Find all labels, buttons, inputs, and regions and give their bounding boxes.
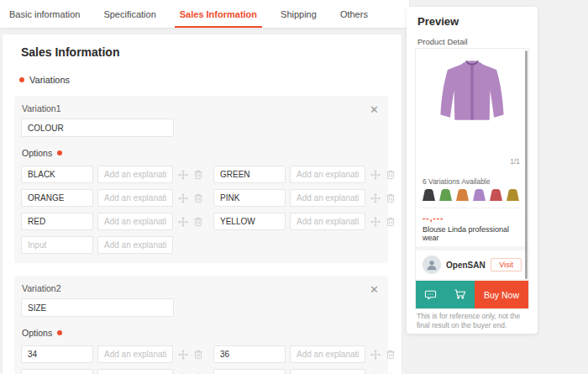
option-explanation-input[interactable] [290, 213, 365, 230]
option-explanation-input[interactable] [97, 236, 173, 254]
drag-handle-icon[interactable] [177, 216, 188, 227]
person-icon [426, 259, 438, 271]
option-explanation-input[interactable] [97, 213, 173, 230]
option-explanation-input[interactable] [97, 166, 173, 183]
options-label: Options [22, 148, 52, 158]
tab-shipping[interactable]: Shipping [280, 0, 318, 28]
buy-action-bar: Buy Now [416, 281, 528, 308]
option-name-input[interactable] [213, 345, 286, 363]
color-swatch[interactable] [473, 189, 486, 201]
tab-specification[interactable]: Specification [102, 0, 156, 28]
options-label: Options [22, 328, 52, 338]
option-explanation-input[interactable] [290, 166, 365, 183]
drag-handle-icon[interactable] [177, 169, 188, 180]
variation2-options-grid [21, 345, 381, 374]
drag-handle-icon[interactable] [177, 349, 188, 360]
product-detail-label: Product Detail [417, 37, 538, 46]
option-explanation-input[interactable] [290, 369, 365, 374]
tab-basic-information[interactable]: Basic information [8, 0, 81, 28]
option-row [21, 236, 203, 254]
option-name-input[interactable] [213, 369, 286, 374]
variation2-name-input[interactable] [21, 298, 174, 317]
product-preview-frame: 1/1 6 Variations Available --,--- Blouse… [415, 48, 529, 309]
delete-option-icon[interactable] [192, 169, 203, 180]
delete-option-icon[interactable] [192, 216, 203, 227]
section-tabbar: Basic information Specification Sales In… [0, 0, 409, 28]
chat-icon [424, 288, 437, 301]
tab-others[interactable]: Others [339, 0, 369, 28]
shop-name: OpenSANDBOX9 [446, 261, 486, 270]
color-swatch[interactable] [439, 189, 452, 201]
drag-handle-icon[interactable] [370, 192, 381, 203]
option-name-input[interactable] [21, 166, 93, 183]
delete-option-icon[interactable] [192, 349, 203, 360]
add-to-cart-button[interactable] [445, 281, 475, 308]
buy-now-button[interactable]: Buy Now [475, 281, 528, 308]
option-name-input[interactable] [213, 213, 286, 230]
option-explanation-input[interactable] [97, 345, 173, 363]
required-dot-icon [19, 77, 24, 82]
option-name-input[interactable] [21, 236, 93, 254]
variation2-card: Variation2 ✕ Options [14, 276, 388, 374]
variation-swatches [423, 189, 522, 201]
option-name-input[interactable] [21, 189, 93, 207]
seller-product-edit-screen: Basic information Specification Sales In… [0, 0, 588, 374]
tab-sales-information[interactable]: Sales Information [179, 0, 258, 28]
color-swatch[interactable] [490, 189, 502, 201]
product-image [416, 49, 528, 171]
drag-handle-icon[interactable] [370, 349, 381, 360]
option-name-input[interactable] [21, 213, 93, 230]
drag-handle-icon[interactable] [370, 169, 381, 180]
option-row [213, 189, 396, 207]
option-name-input[interactable] [213, 166, 286, 183]
required-dot-icon [57, 150, 62, 155]
option-row [213, 345, 396, 363]
close-icon[interactable]: ✕ [370, 284, 379, 295]
close-icon[interactable]: ✕ [370, 104, 379, 115]
option-row [213, 369, 396, 374]
image-page-indicator: 1/1 [510, 157, 520, 166]
drag-handle-icon[interactable] [177, 192, 188, 203]
blouse-illustration [433, 55, 511, 128]
delete-option-icon[interactable] [385, 349, 396, 360]
chat-button[interactable] [416, 281, 445, 308]
preview-panel: Preview Product Detail 1/1 6 Variations … [407, 7, 538, 334]
option-row [21, 189, 203, 207]
sales-information-panel: Sales Information Variations Variation1 … [3, 34, 402, 374]
price-placeholder: --,--- [423, 213, 522, 223]
variation1-card: Variation1 ✕ Options [14, 96, 388, 263]
color-swatch[interactable] [507, 189, 519, 201]
option-explanation-input[interactable] [97, 189, 173, 207]
visit-button[interactable]: Visit [491, 258, 522, 271]
page-title: Sales Information [21, 45, 402, 59]
delete-option-icon[interactable] [385, 216, 396, 227]
options-label-row: Options [22, 328, 381, 338]
divider [423, 208, 522, 208]
preview-scrollbar[interactable] [525, 50, 528, 279]
preview-disclaimer: This is for reference only, not the fina… [417, 312, 529, 330]
option-name-input[interactable] [21, 345, 93, 363]
drag-handle-icon[interactable] [370, 216, 381, 227]
variations-label: Variations [29, 75, 70, 85]
shop-avatar [423, 255, 441, 274]
color-swatch[interactable] [456, 189, 469, 201]
required-dot-icon [57, 330, 62, 335]
teal-action-group [416, 281, 475, 308]
option-explanation-input[interactable] [97, 369, 173, 374]
options-label-row: Options [22, 148, 381, 158]
option-explanation-input[interactable] [290, 189, 365, 207]
option-row [21, 369, 203, 374]
option-explanation-input[interactable] [290, 345, 365, 363]
option-row [213, 166, 396, 183]
variation1-name-input[interactable] [21, 119, 174, 137]
option-name-input[interactable] [21, 369, 93, 374]
option-name-input[interactable] [213, 189, 286, 207]
delete-option-icon[interactable] [385, 169, 396, 180]
delete-option-icon[interactable] [385, 192, 396, 203]
variations-available-label: 6 Variations Available [423, 177, 522, 186]
color-swatch[interactable] [423, 189, 435, 201]
option-row [21, 345, 203, 363]
delete-option-icon[interactable] [192, 192, 203, 203]
option-row [213, 213, 396, 230]
option-row [21, 166, 203, 183]
